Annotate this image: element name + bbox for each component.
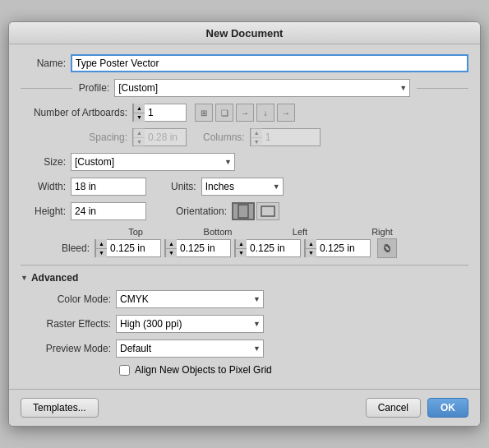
artboard-layout-icons: ⊞ ❑ → ↓ → bbox=[195, 104, 295, 122]
artboards-spinner-buttons: ▲ ▼ bbox=[133, 104, 145, 122]
bleed-left-header: Left bbox=[259, 227, 341, 237]
spacing-label: Spacing: bbox=[21, 132, 127, 143]
units-select-wrapper: Inches ▼ bbox=[201, 178, 284, 196]
pixel-grid-checkbox[interactable] bbox=[119, 365, 130, 376]
width-input-wrapper bbox=[71, 178, 146, 196]
templates-button[interactable]: Templates... bbox=[21, 398, 99, 418]
bleed-bottom-down[interactable]: ▼ bbox=[165, 249, 177, 258]
bleed-bottom-header: Bottom bbox=[177, 227, 259, 237]
bleed-right-input[interactable] bbox=[316, 240, 370, 256]
color-mode-select[interactable]: CMYK bbox=[116, 290, 264, 308]
bleed-left-input[interactable] bbox=[247, 240, 300, 256]
preview-mode-select[interactable]: Default bbox=[116, 339, 264, 358]
bleed-headers: Top Bottom Left Right bbox=[95, 227, 468, 237]
bleed-top-header: Top bbox=[95, 227, 177, 237]
arrow-down-icon-btn[interactable]: ↓ bbox=[256, 104, 274, 122]
bleed-top-up[interactable]: ▲ bbox=[95, 239, 107, 249]
bleed-bottom-input[interactable] bbox=[177, 240, 230, 256]
preview-mode-label: Preview Mode: bbox=[21, 343, 111, 354]
bleed-bottom-spinner: ▲▼ bbox=[164, 239, 231, 257]
single-icon-btn[interactable]: → bbox=[277, 104, 295, 122]
color-mode-select-wrapper: CMYK ▼ bbox=[116, 290, 264, 308]
units-label: Units: bbox=[171, 181, 196, 192]
height-input-wrapper bbox=[71, 202, 146, 220]
bleed-bottom-up[interactable]: ▲ bbox=[165, 239, 177, 249]
size-select-wrapper: [Custom] ▼ bbox=[71, 153, 235, 171]
bleed-left-up[interactable]: ▲ bbox=[235, 239, 247, 249]
raster-effects-row: Raster Effects: High (300 ppi) ▼ bbox=[21, 315, 468, 333]
portrait-button[interactable] bbox=[232, 202, 255, 220]
link-icon bbox=[381, 242, 394, 255]
name-row: Name: bbox=[21, 54, 468, 72]
spacing-spin-up[interactable]: ▲ bbox=[133, 128, 145, 138]
bleed-top-spinner: ▲▼ bbox=[95, 239, 161, 257]
name-label: Name: bbox=[21, 58, 66, 69]
width-row: Width: Units: Inches ▼ bbox=[21, 178, 468, 196]
advanced-triangle-icon: ▼ bbox=[21, 274, 28, 282]
bleed-right-spinner: ▲▼ bbox=[304, 239, 371, 257]
bleed-top-input[interactable] bbox=[107, 240, 160, 256]
grid-icon-btn[interactable]: ⊞ bbox=[195, 104, 213, 122]
footer-right-buttons: Cancel OK bbox=[366, 398, 468, 418]
artboards-input[interactable] bbox=[145, 104, 186, 121]
new-document-dialog: New Document Name: Profile: [Custom] ▼ N… bbox=[8, 21, 481, 427]
size-row: Size: [Custom] ▼ bbox=[21, 153, 468, 171]
columns-input[interactable] bbox=[262, 129, 320, 145]
columns-spin-down[interactable]: ▼ bbox=[251, 138, 262, 147]
spacing-input[interactable] bbox=[145, 129, 186, 145]
profile-label: Profile: bbox=[79, 82, 109, 94]
bleed-label: Bleed: bbox=[21, 242, 90, 254]
size-label: Size: bbox=[21, 156, 66, 168]
name-input[interactable] bbox=[71, 54, 468, 72]
bleed-row: Bleed: ▲▼ ▲▼ ▲▼ ▲▼ bbox=[21, 238, 468, 258]
bleed-inputs: ▲▼ ▲▼ ▲▼ ▲▼ bbox=[95, 238, 397, 258]
dialog-footer: Templates... Cancel OK bbox=[9, 389, 480, 426]
bleed-right-down[interactable]: ▼ bbox=[305, 249, 316, 258]
pixel-grid-label: Align New Objects to Pixel Grid bbox=[135, 364, 272, 376]
color-mode-row: Color Mode: CMYK ▼ bbox=[21, 290, 468, 308]
artboards-row: Number of Artboards: ▲ ▼ ⊞ ❑ → ↓ → bbox=[21, 104, 468, 122]
cancel-button[interactable]: Cancel bbox=[366, 398, 421, 418]
profile-select-wrapper: [Custom] ▼ bbox=[114, 79, 410, 97]
height-row: Height: Orientation: bbox=[21, 202, 468, 220]
spacing-spinner: ▲ ▼ bbox=[132, 128, 187, 146]
artboards-spin-down[interactable]: ▼ bbox=[133, 113, 145, 122]
portrait-icon bbox=[238, 204, 249, 219]
units-select[interactable]: Inches bbox=[201, 178, 284, 196]
advanced-label: Advanced bbox=[31, 272, 78, 284]
pixel-grid-row: Align New Objects to Pixel Grid bbox=[119, 364, 468, 376]
columns-spinner-buttons: ▲ ▼ bbox=[251, 128, 262, 146]
profile-select[interactable]: [Custom] bbox=[114, 79, 410, 97]
color-mode-label: Color Mode: bbox=[21, 293, 111, 305]
artboards-label: Number of Artboards: bbox=[21, 107, 127, 118]
bleed-top-down[interactable]: ▼ bbox=[95, 249, 107, 258]
profile-row: Profile: [Custom] ▼ bbox=[21, 79, 468, 97]
landscape-icon bbox=[261, 206, 275, 217]
columns-spin-up[interactable]: ▲ bbox=[251, 128, 262, 138]
width-input[interactable] bbox=[72, 181, 145, 192]
arrange-icon-btn[interactable]: ❑ bbox=[215, 104, 233, 122]
ok-button[interactable]: OK bbox=[427, 398, 468, 418]
size-select[interactable]: [Custom] bbox=[71, 153, 235, 171]
arrow-right-icon-btn[interactable]: → bbox=[236, 104, 254, 122]
raster-effects-select[interactable]: High (300 ppi) bbox=[116, 315, 264, 333]
svg-rect-0 bbox=[238, 205, 248, 218]
spacing-spin-down[interactable]: ▼ bbox=[133, 138, 145, 147]
bleed-section: Top Bottom Left Right Bleed: ▲▼ ▲▼ bbox=[21, 227, 468, 258]
preview-mode-select-wrapper: Default ▼ bbox=[116, 339, 264, 358]
advanced-section: ▼ Advanced Color Mode: CMYK ▼ Raster Eff… bbox=[21, 265, 468, 376]
bleed-link-button[interactable] bbox=[377, 238, 397, 258]
svg-rect-1 bbox=[261, 206, 274, 216]
bleed-right-up[interactable]: ▲ bbox=[305, 239, 316, 249]
bleed-left-down[interactable]: ▼ bbox=[235, 249, 247, 258]
bleed-right-header: Right bbox=[341, 227, 423, 237]
dialog-title: New Document bbox=[9, 22, 480, 44]
width-label: Width: bbox=[21, 181, 66, 192]
orientation-label: Orientation: bbox=[176, 206, 227, 217]
advanced-toggle[interactable]: ▼ Advanced bbox=[21, 272, 468, 284]
preview-mode-row: Preview Mode: Default ▼ bbox=[21, 339, 468, 358]
height-label: Height: bbox=[21, 206, 66, 217]
landscape-button[interactable] bbox=[256, 202, 279, 220]
artboards-spin-up[interactable]: ▲ bbox=[133, 104, 145, 113]
height-input[interactable] bbox=[72, 206, 145, 217]
